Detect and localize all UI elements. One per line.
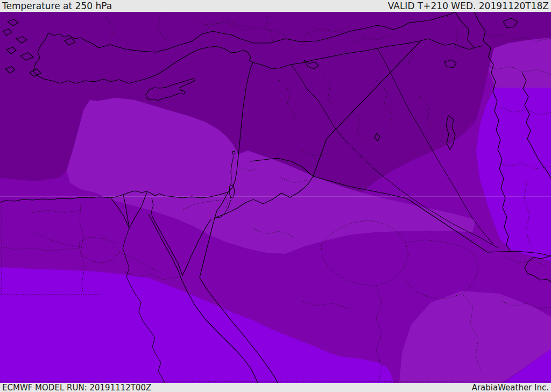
header-bar: Temperature at 250 hPa VALID T+210 WED. … bbox=[0, 0, 551, 12]
credit-label: ArabiaWeather Inc. bbox=[472, 383, 549, 392]
valid-time-label: VALID T+210 WED. 20191120T18Z bbox=[388, 1, 549, 11]
footer-bar: ECMWF MODEL RUN: 20191112T00Z ArabiaWeat… bbox=[0, 383, 551, 392]
map-title: Temperature at 250 hPa bbox=[2, 1, 112, 11]
temperature-map-canvas bbox=[0, 12, 551, 383]
weather-map bbox=[0, 12, 551, 383]
model-run-label: ECMWF MODEL RUN: 20191112T00Z bbox=[2, 383, 151, 392]
